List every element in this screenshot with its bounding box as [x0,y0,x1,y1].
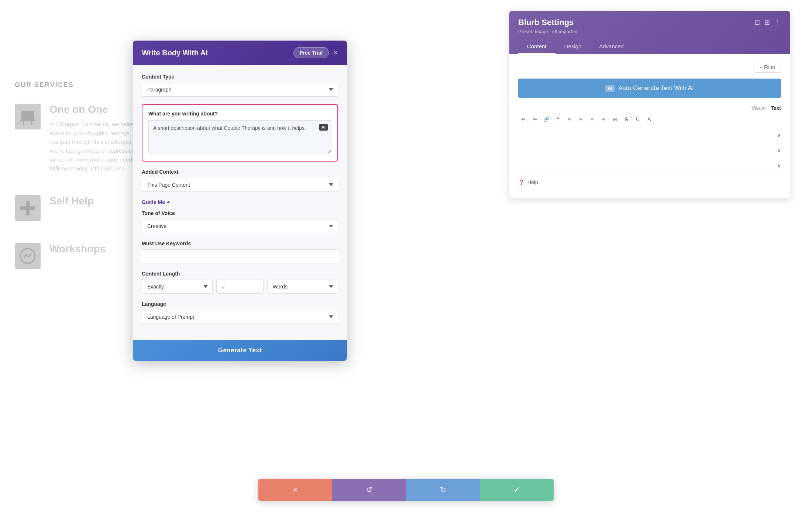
help-label: Help [527,179,538,185]
monitor-icon[interactable]: ⊡ [754,18,760,27]
visual-mode[interactable]: Visual [751,105,765,111]
ai-write-modal: Write Body With AI Free Trial × Content … [133,41,347,361]
svg-rect-1 [20,119,35,121]
svg-rect-2 [23,121,24,125]
text-color-icon[interactable]: A [644,114,654,124]
align-justify-icon[interactable]: ≡ [598,114,609,124]
svg-rect-3 [31,121,32,125]
ai-modal-header: Write Body With AI Free Trial × [133,41,347,65]
align-center-icon[interactable]: ≡ [575,114,586,124]
keywords-label: Must Use Keywords [142,241,338,246]
chevron-up-icon: ∧ [777,132,781,138]
auto-generate-label: Auto Generate Text With AI [618,84,694,92]
text-mode[interactable]: Text [771,105,781,111]
undo-button[interactable]: ↺ [332,479,406,501]
blurb-title: Blurb Settings [518,18,574,27]
words-select[interactable]: Words Sentences Paragraphs [267,280,338,294]
auto-generate-button[interactable]: AI Auto Generate Text With AI [518,79,781,98]
guide-me-arrow-icon [166,201,170,203]
writing-about-box: What are you writing about? A short desc… [142,104,338,162]
added-context-select[interactable]: This Page Content None Custom [142,178,338,192]
textarea-wrapper: A short description about what Couple Th… [148,120,331,155]
medical-icon [15,195,41,221]
tone-of-voice-select[interactable]: Creative Professional Casual Formal [142,219,338,233]
strikethrough-icon[interactable]: S̶ [621,114,632,124]
content-type-label: Content Type [142,74,338,80]
close-button[interactable]: × [333,49,338,57]
chevron-down-icon-2: ∨ [777,148,781,153]
ai-modal-body: Content Type Paragraph List Heading What… [133,65,347,340]
keywords-section: Must Use Keywords [142,241,338,263]
ai-modal-header-right: Free Trial × [293,47,338,58]
redo-icon: ↻ [440,485,446,495]
collapse-row-2[interactable]: ∨ [518,143,781,158]
exactly-select[interactable]: Exactly At Least At Most [142,280,213,294]
tab-content[interactable]: Content [518,39,555,54]
align-left-icon[interactable]: ≡ [564,114,574,124]
guide-me-label: Guide Me [142,199,165,205]
content-length-row: Exactly At Least At Most Words Sentences… [142,280,338,294]
added-context-label: Added Context [142,169,338,175]
content-type-select[interactable]: Paragraph List Heading [142,83,338,97]
svg-rect-5 [20,206,35,210]
tab-advanced[interactable]: Advanced [590,39,633,54]
chevron-down-icon-3: ∨ [777,163,781,169]
service-title: Workshops [49,243,106,255]
blurb-header-icons: ⊡ ⊞ ⋮ [754,18,781,27]
cancel-icon: × [293,485,298,495]
writing-about-textarea[interactable]: A short description about what Couple Th… [148,120,331,153]
language-select[interactable]: Language of Prompt English Spanish Frenc… [142,310,338,324]
chair-icon [15,104,41,129]
tab-design[interactable]: Design [555,39,591,54]
free-trial-badge[interactable]: Free Trial [293,47,329,58]
filter-row: + Filter [518,62,781,73]
service-self-help: Self Help [49,195,94,211]
writing-about-label: What are you writing about? [148,111,331,117]
blurb-body: + Filter AI Auto Generate Text With AI V… [509,54,790,198]
help-row[interactable]: ❓ Help [518,173,781,191]
grid-icon[interactable]: ⊞ [764,18,770,27]
blurb-preset: Preset: Image Left imported [518,29,781,34]
undo-toolbar-icon[interactable]: ↩ [518,114,529,124]
ai-modal-title: Write Body With AI [142,49,208,57]
more-icon[interactable]: ⋮ [774,18,781,27]
collapse-row-1[interactable]: ∧ [518,128,781,143]
cancel-button[interactable]: × [258,479,332,501]
filter-button[interactable]: + Filter [754,62,781,73]
collapse-row-3[interactable]: ∨ [518,158,781,173]
tone-of-voice-section: Tone of Voice Creative Professional Casu… [142,210,338,233]
generate-text-button[interactable]: Generate Text [133,340,347,361]
blurb-settings-panel: Blurb Settings ⊡ ⊞ ⋮ Preset: Image Left … [509,11,790,198]
help-icon: ❓ [518,179,524,185]
bottom-toolbar: × ↺ ↻ ✓ [258,479,554,501]
keywords-input[interactable] [142,249,338,263]
tone-of-voice-label: Tone of Voice [142,210,338,216]
confirm-icon: ✓ [513,485,520,495]
content-length-section: Content Length Exactly At Least At Most … [142,271,338,294]
underline-icon[interactable]: U̲ [633,114,643,124]
guide-me-link[interactable]: Guide Me [142,199,338,205]
svg-rect-0 [21,111,34,119]
blurb-tabs: Content Design Advanced [518,39,781,54]
align-right-icon[interactable]: ≡ [587,114,597,124]
messenger-icon [15,243,41,269]
service-title: Self Help [49,195,94,207]
table-icon[interactable]: ⊞ [610,114,620,124]
length-number-input[interactable] [216,280,263,294]
content-type-section: Content Type Paragraph List Heading [142,74,338,97]
language-section: Language Language of Prompt English Span… [142,301,338,324]
editor-mode: Visual Text [751,105,781,111]
redo-toolbar-icon[interactable]: ↪ [530,114,540,124]
redo-button[interactable]: ↻ [406,479,480,501]
blurb-header-top: Blurb Settings ⊡ ⊞ ⋮ [518,18,781,27]
service-workshops: Workshops [49,243,106,259]
blurb-header: Blurb Settings ⊡ ⊞ ⋮ Preset: Image Left … [509,11,790,54]
confirm-button[interactable]: ✓ [480,479,554,501]
link-toolbar-icon[interactable]: 🔗 [541,114,551,124]
ai-badge: AI [605,85,615,92]
ai-textarea-icon[interactable]: AI [319,124,328,131]
quote-toolbar-icon[interactable]: ❝ [553,114,563,124]
content-length-label: Content Length [142,271,338,277]
undo-icon: ↺ [366,485,372,495]
language-label: Language [142,301,338,307]
